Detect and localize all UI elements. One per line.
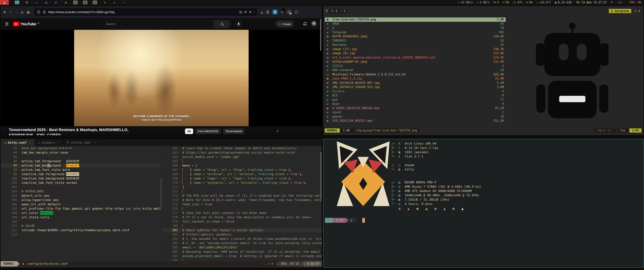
file-row[interactable]: ▰ Cursors 4 — [325, 89, 506, 94]
shield-icon[interactable] — [37, 10, 40, 14]
workspace-icon[interactable]: ᗢ — [24, 1, 29, 4]
extension-r-icon[interactable]: R — [272, 10, 278, 15]
workspace-icon[interactable]: ∿ — [102, 1, 107, 4]
file-row[interactable]: ❏ MiniFuse1_Firmware_Update_1_5_0_212_wi… — [325, 72, 506, 77]
fetch-line: ├─ ▥ AMD ATI Radeon RX 6600/6600 XT/6600… — [391, 189, 481, 193]
close-icon[interactable]: ✕ — [30, 141, 31, 144]
video-player[interactable]: BECOME A MEMBER OF THE CHANNEL CHECK OUT… — [0, 30, 322, 126]
reader-mode-icon[interactable]: ▤▾ — [27, 10, 30, 14]
browser-scrollbar[interactable] — [320, 19, 321, 51]
gear-icon: ⚙ — [22, 262, 24, 265]
private-globe-icon[interactable] — [287, 10, 291, 14]
file-row[interactable]: ▣ IMG_20250128_091825_007.jpg 5,1M — [325, 81, 506, 85]
file-row[interactable]: ▣ image (17).jpg 236,7K — [325, 47, 506, 51]
search-input[interactable] — [103, 21, 214, 28]
filter-chip[interactable]: Tomorrowland — [223, 128, 244, 134]
robot-ear-right — [600, 43, 608, 66]
code-segment — [236, 254, 240, 258]
voice-search-button[interactable] — [235, 20, 242, 28]
screenshot-extension-icon[interactable]: ⌖ — [281, 10, 283, 14]
terminal-window[interactable]: ┌─ Λ Arch Linux x86_64 ├─ ◊ 6.12.16-lqx1… — [323, 139, 644, 268]
file-row[interactable]: ▰ 123113 2 — [325, 64, 506, 68]
reload-icon[interactable]: ↻ — [21, 10, 23, 14]
file-row[interactable]: ▣ image (8).jpg 212,4K — [325, 51, 506, 56]
extensions-puzzle-icon[interactable]: ⬡ — [295, 10, 298, 14]
chips-more-icon[interactable]: › — [277, 128, 278, 133]
profile-avatar[interactable] — [310, 20, 318, 28]
youtube-menu-icon[interactable]: ☰ — [5, 22, 8, 26]
code-segment: #tab_bar_background — [22, 147, 59, 150]
workspace-icon[interactable]: ▨ — [64, 1, 68, 4]
file-row[interactable]: ▰ Telegram 205 — [325, 30, 506, 35]
line-number: 110 — [0, 219, 22, 224]
translate-icon[interactable]: A✕ — [244, 10, 247, 14]
fetch-line-icon — [398, 176, 405, 180]
right-pane-scrollbar[interactable] — [320, 152, 322, 199]
url-text[interactable]: https://www.youtube.com/watch?v=5b8A-jgx… — [48, 10, 237, 14]
editor-tab[interactable]: T config.toml ✕ — [63, 139, 100, 146]
reading-list-icon[interactable]: ⌸ — [266, 10, 269, 14]
line-number: 97 — [0, 163, 22, 168]
workspace-icon[interactable]: ▰ — [34, 1, 39, 4]
file-row[interactable]: ▣ GkFPR-GXUAACWSS.jpeg 128,4K — [325, 34, 506, 39]
back-icon[interactable]: ‹ — [9, 10, 12, 14]
file-row[interactable]: ◉ Q_VIDEO_20241220_085546.mp4 97,2M — [325, 106, 506, 110]
search-button[interactable] — [214, 20, 231, 28]
notifications-bell-icon[interactable] — [303, 22, 307, 27]
code-segment: email — [182, 246, 192, 249]
editor-tab[interactable]: ❏ bspwmrc ✕ — [35, 139, 64, 146]
file-row[interactable]: ▰ 000-razobrat 10 — [325, 68, 506, 72]
file-row[interactable]: ▰ OLD 0 — [325, 93, 506, 98]
file-row[interactable]: ▣ GkC0yLaXgAAP-H2.jpeg 112,2K — [325, 60, 506, 64]
create-button[interactable]: ＋ Create — [276, 21, 294, 27]
file-row[interactable]: ▰ TORRENTS 35 — [325, 39, 506, 43]
shell-prompt[interactable]: ~ 1.57 $ — [325, 218, 365, 223]
youtube-logo[interactable]: YouTube RU — [13, 22, 40, 27]
bookmark-icon[interactable]: ⚑ — [249, 10, 251, 14]
file-row[interactable]: ▧ Lens-FREE-1.3.zip 32,9M — [325, 76, 506, 81]
file-row[interactable]: ▣ free-icon-bot-7167276.png 7,4K — [325, 18, 506, 22]
rss-icon[interactable] — [239, 10, 242, 14]
file-row[interactable]: ▰ VBOX 45 — [325, 22, 506, 26]
video-frame[interactable]: BECOME A MEMBER OF THE CHANNEL CHECK OUT… — [74, 30, 248, 126]
file-row[interactable]: ▰ Буря 0 — [325, 102, 506, 106]
tree-connector: ├─ — [391, 185, 398, 189]
workspace-icon[interactable]: ↓ — [73, 1, 78, 4]
file-row[interactable]: ◉ VID_20241130_092551.mp4 151,3M — [325, 119, 506, 123]
status-module-text: 43 KB/s — [461, 1, 473, 4]
file-row[interactable]: ▰ Пингвины 16 — [325, 43, 506, 47]
fm-tab-inactive[interactable]: 2 X — [633, 9, 642, 13]
workspace-icon[interactable]: » — [112, 1, 117, 4]
left-pane-scrollbar[interactable] — [161, 178, 162, 208]
workspace-icon[interactable]: ~ — [122, 1, 126, 4]
file-row[interactable]: ▰ X 79 — [325, 26, 506, 30]
workspace-icon[interactable]: ⬓ — [44, 1, 48, 4]
filter-chip[interactable]: From iNEGATIVE — [196, 128, 221, 134]
editor-tab[interactable]: ❏ kitty.conf ✕ — [0, 139, 35, 146]
workspace-icon[interactable]: # — [83, 1, 88, 4]
forward-icon[interactable]: › — [15, 10, 18, 14]
workspace-icon[interactable]: ›_ — [15, 1, 19, 4]
lock-icon[interactable] — [42, 10, 46, 14]
file-row[interactable]: ▰ mp3 77 — [325, 98, 506, 102]
close-icon[interactable]: ✕ — [58, 141, 60, 144]
file-row[interactable]: ▣ IMG_20250123_164440_015.jpg 3,6M — [325, 85, 506, 89]
file-row[interactable]: ▰ sound 2 — [325, 110, 506, 114]
urlbar-dropdown-icon[interactable]: ▾ — [253, 11, 254, 13]
arch-launcher-icon[interactable]: ▲ — [0, 0, 9, 5]
downloads-icon[interactable]: ↓ — [261, 11, 263, 14]
url-bar[interactable]: https://www.youtube.com/watch?v=5b8A-jgx… — [34, 8, 257, 16]
file-row[interactable]: ▤ oth_A_ardor-gaming-wakizashi_instrukci… — [325, 56, 506, 60]
close-icon[interactable]: ✕ — [94, 141, 96, 144]
fm-tab-active[interactable]: 1 Загрузки — [609, 9, 631, 13]
workspace-icon[interactable]: = — [93, 1, 97, 4]
code-line: 288▏ — [161, 258, 322, 261]
code-segment: #00bd36 — [40, 211, 53, 215]
search-icon — [220, 22, 224, 26]
browser-menu-icon[interactable]: ≡ — [4, 10, 6, 14]
filter-chip[interactable]: All — [185, 128, 193, 134]
editor-pane-right[interactable]: 262# Learn how to create these images in… — [161, 146, 322, 261]
file-row[interactable]: ▰ gomuks 10 — [325, 114, 506, 119]
workspace-icon[interactable]: ⊞ — [54, 1, 58, 4]
editor-pane-left[interactable]: 93#tab_bar_background #161616 94tab_bar_… — [0, 146, 161, 261]
